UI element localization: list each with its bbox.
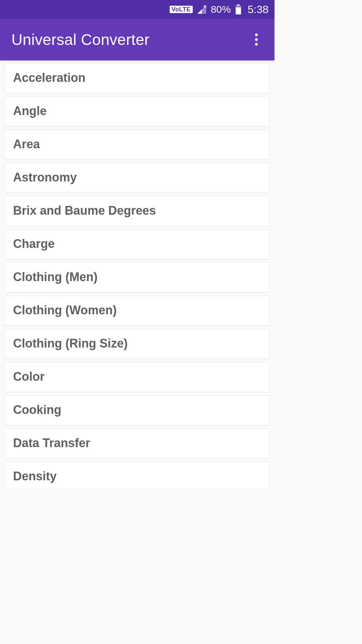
battery-percentage: 80% <box>211 4 231 15</box>
list-item[interactable]: Astronomy <box>5 163 270 193</box>
list-item[interactable]: Cooking <box>5 395 270 425</box>
list-item-label: Astronomy <box>13 170 77 184</box>
more-vert-icon <box>255 38 258 41</box>
list-item[interactable]: Density <box>5 462 270 488</box>
list-item-label: Density <box>13 469 57 483</box>
list-item[interactable]: Charge <box>5 229 270 259</box>
list-item[interactable]: Clothing (Ring Size) <box>5 329 270 359</box>
overflow-menu-button[interactable] <box>248 32 264 48</box>
svg-rect-1 <box>237 4 240 5</box>
category-list[interactable]: Acceleration Angle Area Astronomy Brix a… <box>0 60 275 488</box>
list-item-label: Charge <box>13 237 55 251</box>
app-bar: Universal Converter <box>0 19 275 60</box>
list-item[interactable]: Area <box>5 129 270 160</box>
svg-text:✕: ✕ <box>203 4 206 9</box>
list-item[interactable]: Clothing (Men) <box>5 262 270 292</box>
battery-icon <box>235 4 242 14</box>
clock: 5:38 <box>248 3 268 16</box>
volte-icon: VoLTE <box>170 6 193 13</box>
list-item-label: Clothing (Men) <box>13 270 98 284</box>
list-item-label: Color <box>13 370 45 383</box>
more-vert-icon <box>255 34 258 36</box>
list-item[interactable]: Clothing (Women) <box>5 296 270 326</box>
list-item-label: Clothing (Ring Size) <box>13 336 128 350</box>
svg-rect-3 <box>236 7 241 14</box>
list-item-label: Data Transfer <box>13 436 90 450</box>
signal-icon: ✕ <box>197 4 207 14</box>
list-item-label: Acceleration <box>13 71 85 85</box>
list-item-label: Angle <box>13 104 47 118</box>
list-item-label: Clothing (Women) <box>13 303 117 317</box>
list-item-label: Cooking <box>13 403 61 417</box>
status-bar: VoLTE ✕ 80% 5:38 <box>0 0 275 19</box>
more-vert-icon <box>255 43 258 46</box>
list-item[interactable]: Color <box>5 362 270 392</box>
list-item[interactable]: Brix and Baume Degrees <box>5 196 270 226</box>
page-title: Universal Converter <box>11 31 149 49</box>
list-item-label: Area <box>13 137 40 151</box>
list-item[interactable]: Angle <box>5 96 270 126</box>
list-item[interactable]: Data Transfer <box>5 428 270 459</box>
list-item[interactable]: Acceleration <box>5 63 270 93</box>
list-item-label: Brix and Baume Degrees <box>13 204 156 217</box>
